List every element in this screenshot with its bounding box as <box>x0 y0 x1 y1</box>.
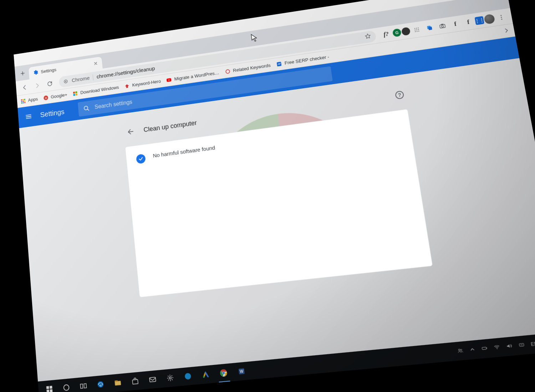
svg-point-2 <box>65 81 66 82</box>
svg-rect-44 <box>50 386 52 389</box>
svg-point-47 <box>63 385 69 391</box>
bookmark-label: Related Keywords <box>233 63 271 73</box>
extension-facebook-2-icon[interactable]: f <box>461 15 475 29</box>
taskbar-settings[interactable] <box>161 368 179 387</box>
tray-chevron-up-icon[interactable] <box>469 346 477 354</box>
task-view-button[interactable] <box>75 377 92 392</box>
extension-dark-circle-icon[interactable] <box>401 27 411 36</box>
omnibox-divider <box>93 74 93 80</box>
taskbar-file-explorer[interactable] <box>109 373 127 392</box>
help-button[interactable]: ? <box>395 91 404 99</box>
svg-point-64 <box>460 349 462 350</box>
svg-point-18 <box>501 17 502 18</box>
circle-outline-icon <box>224 68 231 74</box>
extension-bluebox-icon[interactable]: ⋮⋮ <box>474 16 484 25</box>
tray-battery-icon[interactable] <box>481 345 489 353</box>
browser-menu-button[interactable] <box>494 11 509 24</box>
bookmark-label: Google+ <box>51 92 67 99</box>
nav-back-button[interactable] <box>19 81 30 93</box>
svg-rect-13 <box>428 26 432 30</box>
extension-camera-icon[interactable] <box>435 19 449 32</box>
bookmark-star-icon[interactable] <box>364 33 372 41</box>
svg-rect-26 <box>21 102 22 104</box>
svg-rect-48 <box>80 384 83 388</box>
bookmarks-overflow-button[interactable] <box>503 27 511 35</box>
google-plus-icon: G <box>43 95 49 101</box>
new-tab-button[interactable] <box>17 68 28 79</box>
svg-point-55 <box>169 377 171 379</box>
tray-language[interactable]: ENG <box>530 341 535 347</box>
svg-point-56 <box>184 373 191 380</box>
bookmark-label: Apps <box>28 96 38 103</box>
start-button[interactable] <box>41 380 58 392</box>
bookmark-label: Keyword-Hero <box>132 78 161 88</box>
svg-point-9 <box>415 31 416 32</box>
taskbar-edge[interactable] <box>92 375 109 392</box>
windows-logo-icon <box>72 91 78 97</box>
apps-grid-icon <box>20 98 26 104</box>
svg-point-15 <box>441 25 443 27</box>
svg-rect-20 <box>21 99 22 100</box>
svg-point-11 <box>418 31 419 32</box>
svg-rect-53 <box>132 380 138 384</box>
check-circle-icon <box>136 154 146 164</box>
nav-reload-button[interactable] <box>44 77 56 89</box>
tray-volume-icon[interactable] <box>505 342 513 350</box>
settings-back-button[interactable] <box>124 125 137 138</box>
cleanup-result-text: No harmful software found <box>153 144 215 159</box>
svg-point-5 <box>418 27 419 29</box>
svg-point-63 <box>458 349 460 351</box>
search-icon <box>83 104 90 112</box>
tray-input-icon[interactable] <box>518 341 526 349</box>
svg-point-3 <box>414 28 416 29</box>
extension-font-icon[interactable]: f? <box>379 28 393 41</box>
svg-rect-25 <box>24 100 25 102</box>
svg-rect-49 <box>84 384 86 388</box>
svg-point-7 <box>416 29 417 30</box>
svg-rect-33 <box>73 94 75 96</box>
svg-rect-27 <box>23 102 24 103</box>
svg-rect-66 <box>486 347 487 349</box>
profile-avatar[interactable] <box>484 14 495 24</box>
extension-grid-icon[interactable] <box>410 23 424 36</box>
svg-rect-52 <box>114 380 118 382</box>
serp-checker-icon <box>276 61 282 67</box>
tray-wifi-icon[interactable] <box>493 344 501 352</box>
settings-menu-button[interactable] <box>22 110 35 123</box>
cleanup-card: Clean up computer ? No harmful software … <box>123 83 444 362</box>
svg-rect-16 <box>441 24 443 25</box>
svg-rect-65 <box>482 347 486 349</box>
svg-rect-32 <box>75 91 77 93</box>
tab-title: Settings <box>41 67 57 74</box>
svg-rect-22 <box>24 99 25 100</box>
cortana-button[interactable] <box>57 378 75 392</box>
nav-forward-button[interactable] <box>31 79 43 92</box>
extension-facebook-1-icon[interactable]: f <box>448 17 463 31</box>
bookmark-google-plus[interactable]: G Google+ <box>43 92 67 101</box>
gear-icon <box>33 69 39 76</box>
svg-rect-31 <box>73 92 75 94</box>
tray-people-icon[interactable] <box>457 347 464 355</box>
settings-title: Settings <box>40 108 65 119</box>
bookmark-apps[interactable]: Apps <box>20 96 38 104</box>
taskbar-safari-like[interactable] <box>178 367 197 386</box>
taskbar-store[interactable] <box>126 372 144 391</box>
taskbar-word[interactable]: W <box>232 362 251 381</box>
svg-point-17 <box>500 15 501 16</box>
omnibox-context: Chrome <box>71 75 90 83</box>
svg-point-67 <box>497 348 498 349</box>
svg-rect-46 <box>50 389 53 392</box>
taskbar-mail[interactable] <box>143 370 162 389</box>
extension-card-icon[interactable] <box>423 21 437 35</box>
site-info-icon[interactable] <box>63 78 68 84</box>
bookmark-keyword-hero[interactable]: Keyword-Hero <box>124 78 161 89</box>
close-tab-icon[interactable] <box>93 61 98 66</box>
svg-rect-23 <box>21 100 22 102</box>
cleanup-section-title: Clean up computer <box>143 119 197 134</box>
svg-point-4 <box>416 27 417 29</box>
taskbar-google-ads[interactable] <box>196 365 215 384</box>
extension-grammarly-icon[interactable]: G <box>392 28 402 37</box>
svg-rect-54 <box>149 377 156 382</box>
bookmark-label: Download Windows <box>80 84 119 95</box>
taskbar-chrome[interactable] <box>214 363 233 383</box>
